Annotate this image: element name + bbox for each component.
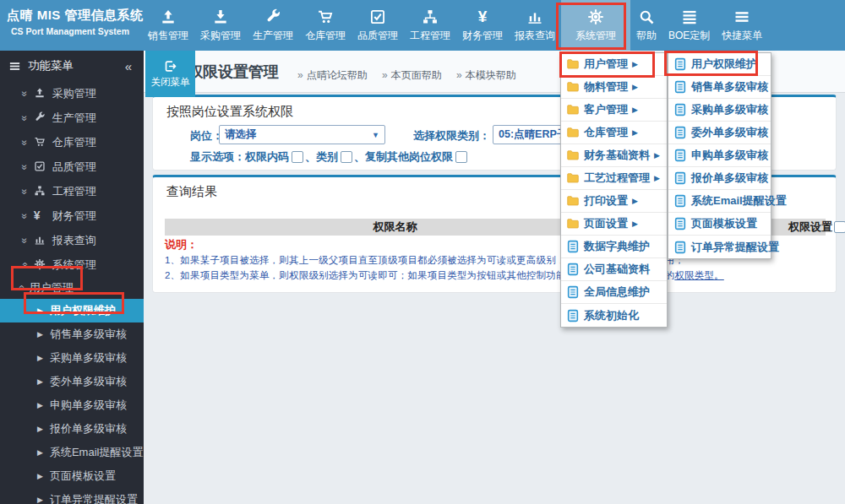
chevron-down-icon: ▼ — [372, 131, 379, 139]
menu-item[interactable]: 打印设置 ▶ — [561, 190, 667, 213]
sitemap-icon — [422, 8, 439, 25]
nav-item[interactable]: 仓库管理 — [299, 0, 352, 51]
double-chevron-icon: » — [19, 139, 30, 145]
nav-item[interactable]: ¥ 财务管理 — [456, 0, 509, 51]
triangle-right-icon: ▶ — [37, 331, 43, 339]
sidebar-menu: » ▶ 采购管理 » ▶ 生产管理 » ▶ 仓库管理 » — [0, 81, 144, 504]
nav-item[interactable]: 快捷菜单 — [716, 0, 768, 51]
system-menu: 用户管理 ▶ 物料管理 ▶ 客户管理 ▶ 仓库管理 ▶ 财务基础资料 ▶ 工艺过 — [560, 52, 668, 328]
submenu-item[interactable]: 委外单多级审核 — [668, 122, 771, 144]
submenu-item[interactable]: 采购单多级审核 — [668, 99, 771, 122]
double-chevron-icon: » — [19, 262, 30, 268]
close-menu-button[interactable]: 关闭菜单 — [145, 51, 195, 97]
cart-icon — [317, 8, 334, 25]
option-checkbox[interactable] — [341, 151, 352, 163]
triangle-right-icon: ▶ — [37, 496, 43, 504]
triangle-right-icon: ▶ — [37, 473, 43, 480]
nav-item[interactable]: 工程管理 — [404, 0, 456, 51]
sidebar-item[interactable]: » ▶ 采购管理 — [0, 81, 144, 106]
submenu-item[interactable]: 用户权限维护 — [668, 53, 771, 76]
menu-item[interactable]: 页面设置 ▶ — [561, 213, 667, 236]
submenu-arrow-icon: ▶ — [632, 219, 638, 228]
folder-icon — [566, 171, 581, 185]
menu-list-icon — [8, 60, 21, 73]
submenu-item[interactable]: 销售单多级审核 — [668, 76, 771, 99]
sidebar-item[interactable]: » ▶ 订单异常提醒设置 — [0, 488, 144, 504]
doc-icon — [673, 217, 688, 230]
breadcrumb-link[interactable]: »本页面帮助 — [382, 69, 442, 81]
sidebar-item[interactable]: » ▶ 品质管理 — [0, 154, 144, 179]
menu-item[interactable]: 客户管理 ▶ — [561, 99, 667, 122]
nav-item[interactable]: 系统管理 — [561, 0, 630, 51]
submenu-arrow-icon: ▶ — [632, 128, 638, 137]
display-option: 复制其他岗位权限 — [365, 149, 469, 165]
sidebar-item[interactable]: » ▶ 工程管理 — [0, 179, 144, 203]
breadcrumb-link[interactable]: »本模块帮助 — [456, 69, 516, 81]
doc-icon — [566, 309, 581, 322]
sidebar-title: 功能菜单 — [28, 58, 74, 73]
sidebar-item[interactable]: » ▶ 报价单多级审核 — [0, 417, 144, 441]
triangle-right-icon: ▶ — [37, 355, 43, 362]
doc-icon — [673, 80, 688, 94]
page-title: 权限设置管理 — [188, 62, 279, 82]
option-checkbox[interactable] — [292, 151, 303, 163]
sidebar-item[interactable]: » ▶ 销售单多级审核 — [0, 322, 144, 346]
bar-chart-icon — [526, 8, 543, 25]
menu-item[interactable]: 公司基础资料 ▶ — [561, 258, 667, 281]
doc-icon — [673, 241, 688, 254]
sidebar-item[interactable]: » ▶ 报表查询 — [0, 228, 144, 252]
sidebar-item[interactable]: » ▶ 页面模板设置 — [0, 464, 144, 488]
submenu-arrow-icon: ▶ — [632, 83, 638, 91]
menu-item[interactable]: 数据字典维护 ▶ — [561, 236, 667, 258]
sidebar-item[interactable]: » ▶ 生产管理 — [0, 106, 144, 130]
option-checkbox[interactable] — [455, 151, 467, 163]
sidebar-item[interactable]: » ▶ 申购单多级审核 — [0, 393, 144, 417]
cart-icon — [34, 136, 46, 149]
menu-item[interactable]: 系统初始化 ▶ — [561, 304, 667, 327]
sidebar-item[interactable]: » ▶ 仓库管理 — [0, 130, 144, 154]
submenu-item[interactable]: 申购单多级审核 — [668, 144, 771, 167]
submenu-arrow-icon: ▶ — [654, 174, 660, 182]
search-icon — [638, 8, 655, 25]
menu-item[interactable]: 用户管理 ▶ — [561, 53, 667, 76]
user-management-submenu: 用户权限维护 销售单多级审核 采购单多级审核 委外单多级审核 申购单多级审核 报… — [668, 52, 771, 259]
nav-item[interactable]: 帮助 — [630, 0, 662, 51]
menu-item[interactable]: 全局信息维护 ▶ — [561, 281, 667, 304]
app-title: 点晴 MIS 管理信息系统 — [7, 8, 142, 24]
menu-item[interactable]: 财务基础资料 ▶ — [561, 144, 667, 167]
double-chevron-icon: » — [19, 90, 30, 96]
sidebar-item[interactable]: » ▶ 用户管理 — [0, 277, 144, 299]
sitemap-icon — [34, 185, 46, 198]
double-chevron-icon: » — [19, 164, 30, 170]
menu-item[interactable]: 工艺过程管理 ▶ — [561, 167, 667, 190]
folder-icon — [566, 126, 581, 139]
sidebar-item[interactable]: » ▶ 系统Email提醒设置 — [0, 441, 144, 464]
sidebar-item[interactable]: » ▶ 委外单多级审核 — [0, 370, 144, 393]
submenu-item[interactable]: 订单异常提醒设置 — [668, 236, 771, 258]
permission-type-link[interactable]: 权限类型。 — [674, 270, 724, 280]
sidebar-item[interactable]: » ▶ 用户权限维护 — [0, 299, 144, 322]
menu-item[interactable]: 仓库管理 ▶ — [561, 122, 667, 144]
submenu-item[interactable]: 报价单多级审核 — [668, 167, 771, 190]
sidebar-collapse-icon[interactable]: « — [125, 59, 132, 73]
menu-item[interactable]: 物料管理 ▶ — [561, 76, 667, 99]
bars3-icon — [733, 8, 750, 25]
sidebar-item[interactable]: » ¥ ▶ 财务管理 — [0, 203, 144, 228]
nav-item[interactable]: 销售管理 — [142, 0, 194, 51]
double-chevron-icon: » — [19, 188, 30, 194]
nav-item[interactable]: 报表查询 — [509, 0, 561, 51]
triangle-right-icon: ▶ — [37, 449, 43, 457]
nav-item[interactable]: 品质管理 — [352, 0, 404, 51]
submenu-item[interactable]: 页面模板设置 — [668, 213, 771, 236]
select-all-checkbox[interactable] — [834, 221, 845, 233]
sidebar-item[interactable]: » ▶ 系统管理 — [0, 252, 144, 277]
nav-item[interactable]: 生产管理 — [247, 0, 299, 51]
breadcrumb-link[interactable]: »点晴论坛帮助 — [297, 69, 368, 81]
post-select[interactable]: 请选择 ▼ — [219, 125, 385, 144]
sidebar-item[interactable]: » ▶ 采购单多级审核 — [0, 346, 144, 370]
submenu-item[interactable]: 系统Email提醒设置 — [668, 190, 771, 213]
nav-item[interactable]: 采购管理 — [194, 0, 247, 51]
display-options-row: 显示选项： 权限内码 、 类别 、 复制其他岗位权限 — [190, 149, 469, 165]
top-navbar: 点晴 MIS 管理信息系统 CS Port Managment System 销… — [0, 0, 845, 51]
nav-item[interactable]: BOE定制 — [662, 0, 716, 51]
